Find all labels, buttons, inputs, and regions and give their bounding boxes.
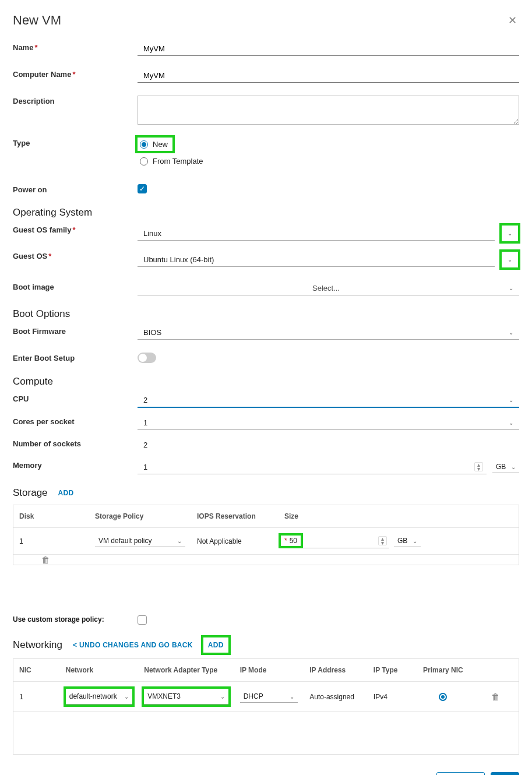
storage-delete-icon[interactable]: 🗑 xyxy=(41,555,50,565)
power-on-checkbox[interactable]: ✓ xyxy=(138,184,147,193)
storage-header-disk: Disk xyxy=(13,505,89,527)
net-header-primary: Primary NIC xyxy=(414,659,473,681)
custom-storage-policy-label: Use custom storage policy: xyxy=(13,615,138,623)
close-icon[interactable]: ✕ xyxy=(506,12,519,29)
name-label: Name* xyxy=(13,42,138,52)
guest-os-label: Guest OS* xyxy=(13,251,138,260)
chevron-down-icon: ⌄ xyxy=(509,397,513,403)
type-new-radio[interactable]: New xyxy=(138,138,172,151)
storage-iops-value: Not Applicable xyxy=(191,530,279,552)
storage-table: Disk Storage Policy IOPS Reservation Siz… xyxy=(13,505,519,565)
net-header-addr: IP Address xyxy=(304,659,368,681)
dialog-title: New VM xyxy=(13,13,61,28)
enter-boot-setup-toggle[interactable] xyxy=(138,353,156,363)
boot-firmware-label: Boot Firmware xyxy=(13,326,138,336)
nic-mode-select[interactable]: DHCP⌄ xyxy=(240,691,298,703)
ok-button[interactable]: OK xyxy=(491,772,519,775)
cpu-label: CPU xyxy=(13,393,138,403)
boot-image-label: Boot image xyxy=(13,281,138,291)
net-header-adapter: Network Adapter Type xyxy=(138,659,234,681)
nic-adapter-select[interactable]: VMXNET3⌄ xyxy=(144,689,228,704)
storage-disk-num: 1 xyxy=(13,530,89,552)
enter-boot-setup-label: Enter Boot Setup xyxy=(13,353,138,362)
os-section-title: Operating System xyxy=(13,207,519,219)
memory-label: Memory xyxy=(13,460,138,470)
num-sockets-label: Number of sockets xyxy=(13,438,138,448)
storage-section-title: Storage xyxy=(13,487,48,499)
guest-os-family-caret[interactable]: ⌄ xyxy=(501,224,519,242)
memory-unit-select[interactable]: GB⌄ xyxy=(492,461,519,473)
net-header-mode: IP Mode xyxy=(234,659,304,681)
storage-header-iops: IOPS Reservation xyxy=(191,505,279,527)
nic-network-select[interactable]: default-network⌄ xyxy=(66,689,133,704)
num-sockets-value: 2 xyxy=(138,438,519,452)
computer-name-input[interactable] xyxy=(138,69,519,83)
nic-delete-icon[interactable]: 🗑 xyxy=(491,692,500,702)
guest-os-caret[interactable]: ⌄ xyxy=(501,251,519,269)
nic-addr: Auto-assigned xyxy=(304,686,368,708)
chevron-down-icon: ⌄ xyxy=(509,329,513,336)
storage-add-button[interactable]: ADD xyxy=(58,489,74,497)
storage-size-input[interactable]: *50 xyxy=(281,536,301,546)
custom-storage-policy-checkbox[interactable] xyxy=(138,615,147,625)
memory-stepper[interactable]: ▴▾ xyxy=(474,462,483,471)
type-label: Type xyxy=(13,138,138,147)
guest-os-family-label: Guest OS family* xyxy=(13,224,138,234)
cpu-select[interactable]: 2 ⌄ xyxy=(138,393,519,408)
chevron-down-icon: ⌄ xyxy=(509,285,513,291)
net-header-type: IP Type xyxy=(368,659,414,681)
storage-policy-select[interactable]: VM default policy⌄ xyxy=(95,535,185,547)
boot-section-title: Boot Options xyxy=(13,308,519,320)
guest-os-family-select[interactable]: Linux xyxy=(138,227,495,241)
undo-changes-button[interactable]: < UNDO CHANGES AND GO BACK xyxy=(73,641,193,649)
description-input[interactable] xyxy=(138,96,519,125)
networking-section-title: Networking xyxy=(13,639,62,651)
chevron-down-icon: ⌄ xyxy=(509,420,513,426)
description-label: Description xyxy=(13,96,138,105)
nic-type: IPv4 xyxy=(368,686,414,708)
power-on-label: Power on xyxy=(13,184,138,194)
computer-name-label: Computer Name* xyxy=(13,69,138,79)
boot-firmware-select[interactable]: BIOS ⌄ xyxy=(138,326,519,340)
storage-unit-select[interactable]: GB⌄ xyxy=(394,535,421,547)
cores-per-socket-label: Cores per socket xyxy=(13,416,138,426)
net-header-nic: NIC xyxy=(13,659,60,681)
storage-row: 1 VM default policy⌄ Not Applicable *50 … xyxy=(13,528,519,555)
storage-header-size: Size xyxy=(279,505,455,527)
net-header-network: Network xyxy=(60,659,139,681)
networking-row: 1 default-network⌄ VMXNET3⌄ DHCP⌄ Auto-a… xyxy=(13,682,519,712)
name-input[interactable] xyxy=(138,42,519,56)
nic-primary-radio[interactable] xyxy=(439,693,447,701)
storage-size-stepper[interactable]: ▴▾ xyxy=(378,536,387,545)
compute-section-title: Compute xyxy=(13,376,519,388)
networking-add-button[interactable]: ADD xyxy=(203,637,228,653)
memory-input[interactable]: 1 xyxy=(143,463,474,471)
cores-per-socket-select[interactable]: 1 ⌄ xyxy=(138,416,519,430)
nic-num: 1 xyxy=(13,686,60,708)
type-from-template-radio[interactable]: From Template xyxy=(138,157,519,165)
storage-header-policy: Storage Policy xyxy=(89,505,191,527)
networking-table: NIC Network Network Adapter Type IP Mode… xyxy=(13,658,519,755)
guest-os-select[interactable]: Ubuntu Linux (64-bit) xyxy=(138,253,495,267)
cancel-button[interactable]: CANCEL xyxy=(436,772,485,775)
boot-image-select[interactable]: Select... ⌄ xyxy=(138,281,519,295)
